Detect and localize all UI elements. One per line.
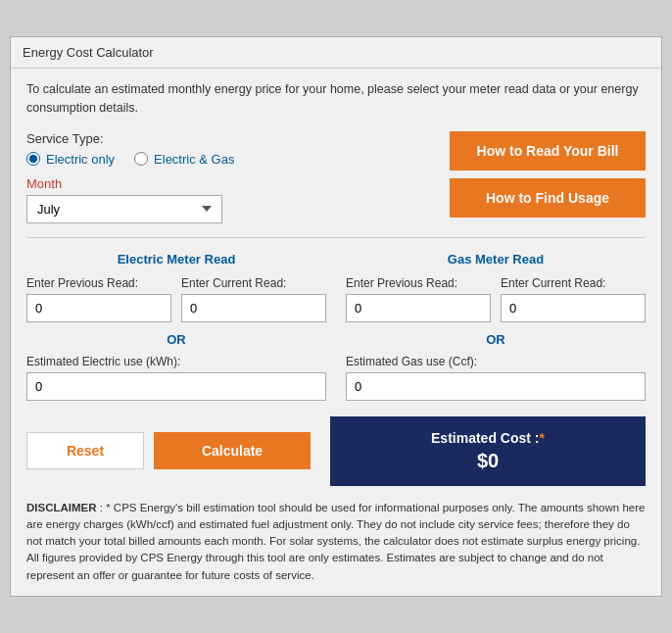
electric-read-fields: Enter Previous Read: Enter Current Read: bbox=[26, 276, 326, 322]
estimated-cost-value: $0 bbox=[350, 450, 626, 472]
electric-usage-input[interactable] bbox=[26, 372, 326, 401]
service-type-label: Service Type: bbox=[26, 131, 430, 146]
gas-usage-fields: Estimated Gas use (Ccf): bbox=[346, 355, 646, 401]
electric-meter-section: Electric Meter Read Enter Previous Read:… bbox=[26, 252, 326, 401]
divider-1 bbox=[26, 237, 646, 238]
calculate-button[interactable]: Calculate bbox=[154, 432, 311, 469]
gas-read-fields: Enter Previous Read: Enter Current Read: bbox=[346, 276, 646, 322]
radio-group: Electric only Electric & Gas bbox=[26, 152, 430, 167]
radio-electric-option[interactable]: Electric only bbox=[26, 152, 115, 167]
estimated-cost-text: Estimated Cost : bbox=[431, 430, 539, 446]
calculator-container: Energy Cost Calculator To calculate an e… bbox=[10, 36, 662, 597]
gas-usage-input[interactable] bbox=[346, 372, 646, 401]
gas-prev-label: Enter Previous Read: bbox=[346, 276, 491, 290]
disclaimer-prefix: DISCLAIMER bbox=[26, 502, 97, 513]
electric-curr-input[interactable] bbox=[181, 294, 326, 322]
electric-usage-field: Estimated Electric use (kWh): bbox=[26, 355, 326, 401]
action-row: Reset Calculate Estimated Cost :* $0 bbox=[26, 416, 646, 486]
reset-button[interactable]: Reset bbox=[26, 432, 144, 469]
electric-curr-field: Enter Current Read: bbox=[181, 276, 326, 322]
gas-or-text: OR bbox=[346, 332, 646, 347]
radio-electric-gas-option[interactable]: Electric & Gas bbox=[134, 152, 234, 167]
radio-electric-label: Electric only bbox=[46, 152, 115, 167]
electric-or-row: OR bbox=[26, 332, 326, 347]
meters-row: Electric Meter Read Enter Previous Read:… bbox=[26, 252, 646, 401]
estimated-cost-label: Estimated Cost :* bbox=[350, 430, 626, 446]
electric-usage-fields: Estimated Electric use (kWh): bbox=[26, 355, 326, 401]
disclaimer-text: * CPS Energy's bill estimation tool shou… bbox=[26, 502, 645, 581]
action-buttons: Reset Calculate bbox=[26, 432, 311, 469]
gas-meter-title: Gas Meter Read bbox=[346, 252, 646, 267]
radio-electric[interactable] bbox=[26, 152, 40, 166]
gas-meter-section: Gas Meter Read Enter Previous Read: Ente… bbox=[346, 252, 646, 401]
electric-prev-label: Enter Previous Read: bbox=[26, 276, 171, 290]
electric-prev-field: Enter Previous Read: bbox=[26, 276, 171, 322]
disclaimer-colon: : bbox=[97, 502, 107, 513]
gas-usage-label: Estimated Gas use (Ccf): bbox=[346, 355, 646, 368]
radio-electric-gas-label: Electric & Gas bbox=[154, 152, 234, 167]
intro-text: To calculate an estimated monthly energy… bbox=[26, 80, 646, 118]
gas-curr-label: Enter Current Read: bbox=[501, 276, 646, 290]
electric-prev-input[interactable] bbox=[26, 294, 171, 322]
electric-or-text: OR bbox=[26, 332, 326, 347]
estimated-cost-box: Estimated Cost :* $0 bbox=[330, 416, 646, 486]
service-type-left: Service Type: Electric only Electric & G… bbox=[26, 131, 430, 223]
title-bar: Energy Cost Calculator bbox=[11, 37, 661, 69]
radio-electric-gas[interactable] bbox=[134, 152, 148, 166]
gas-prev-input[interactable] bbox=[346, 294, 491, 322]
electric-usage-label: Estimated Electric use (kWh): bbox=[26, 355, 326, 368]
buttons-right: How to Read Your Bill How to Find Usage bbox=[450, 131, 646, 218]
disclaimer: DISCLAIMER : * CPS Energy's bill estimat… bbox=[26, 500, 646, 584]
calculator-title: Energy Cost Calculator bbox=[23, 45, 154, 60]
how-to-find-usage-button[interactable]: How to Find Usage bbox=[450, 178, 646, 218]
gas-usage-field: Estimated Gas use (Ccf): bbox=[346, 355, 646, 401]
gas-prev-field: Enter Previous Read: bbox=[346, 276, 491, 322]
electric-meter-title: Electric Meter Read bbox=[26, 252, 326, 267]
electric-curr-label: Enter Current Read: bbox=[181, 276, 326, 290]
gas-curr-field: Enter Current Read: bbox=[501, 276, 646, 322]
gas-or-row: OR bbox=[346, 332, 646, 347]
estimated-cost-asterisk: * bbox=[540, 430, 545, 446]
month-select[interactable]: January February March April May June Ju… bbox=[26, 195, 222, 223]
service-type-row: Service Type: Electric only Electric & G… bbox=[26, 131, 646, 223]
how-to-read-bill-button[interactable]: How to Read Your Bill bbox=[450, 131, 646, 170]
gas-curr-input[interactable] bbox=[501, 294, 646, 322]
month-label: Month bbox=[26, 176, 430, 191]
